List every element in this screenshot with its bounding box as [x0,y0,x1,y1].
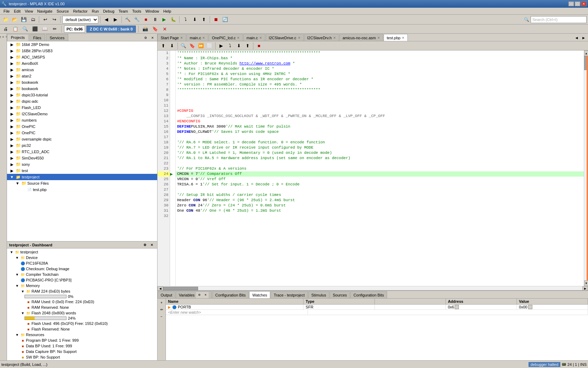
editor-debug-run-btn[interactable]: ▶ [217,42,225,50]
tree-item[interactable]: ▶📁OnePIC [7,123,157,130]
undo-button[interactable]: ↩ [41,16,49,23]
tree-item[interactable]: ▶📁bookwork [7,79,157,86]
watch-remove-btn[interactable]: − [159,313,165,320]
continue-button[interactable]: ▶ [160,16,168,23]
menu-navigate[interactable]: Navigate [35,9,54,14]
watch-edit-btn[interactable]: ✏ [159,306,165,313]
build-button[interactable]: 🔨 [124,16,132,23]
editor-debug-btn-4[interactable]: ⬆ [243,42,252,50]
dash-item-picbasic[interactable]: 🔵 PICBASIC-PRO [C:\PBP3] [8,277,156,283]
tab-sources[interactable]: Sources [330,291,350,298]
scroll-down-button[interactable]: ▼ [584,280,588,286]
editor-bookmark-btn[interactable]: 🔖 [188,42,196,50]
code-editor[interactable]: '***************************************… [176,50,584,286]
tab-trace[interactable]: Trace - testproject [271,291,308,298]
menu-window[interactable]: Window [143,9,161,14]
menu-source[interactable]: Source [55,9,71,14]
tab-config-bits[interactable]: Configuration Bits [212,291,249,298]
tree-item-test-pbp[interactable]: 📄test.pbp [7,186,157,193]
tab-main-c-1[interactable]: main.c ✕ [187,34,208,41]
dash-item-resources[interactable]: ▼ 📁 Resources [8,332,156,338]
editor-debug-btn-2[interactable]: ⤵ [226,42,234,50]
tree-item[interactable]: ▶📁I2CSlaveDemo [7,111,157,117]
tree-item[interactable]: ▶📁bookwork [7,86,157,92]
zoom-in[interactable]: 🔍 [21,25,29,33]
tab-close-main-c-1[interactable]: ✕ [202,36,205,40]
watch-row-portb[interactable]: ▶ 🔵 PORTB SFR 0x6 [166,305,588,310]
halt-button[interactable]: ⬛ [31,25,39,33]
panel-settings-button[interactable]: ⚙ [142,35,149,41]
tree-item-source-files[interactable]: ▼📁Source Files [7,180,157,186]
write-button[interactable]: ✏ [50,25,59,33]
tab-config-bits-2[interactable]: Configuration Bits [350,291,387,298]
run-button[interactable]: ■ [142,16,150,23]
dash-item-device[interactable]: ▼ 📁 Device [8,255,156,260]
watch-val-ctrl[interactable] [528,305,532,309]
mem-icon-1[interactable]: 🖨 [1,25,10,33]
editor-search-btn[interactable]: 🔍 [179,42,188,50]
step-over-button[interactable]: ⤵ [181,16,190,23]
tree-item[interactable]: ▶📁dspic33-tutorial [7,92,157,98]
save-button[interactable]: 💾 [20,16,28,23]
tab-amicus[interactable]: amicus-no-osc.asm ✕ [340,34,383,41]
dash-item-debug-tool[interactable]: ▼ 📁 Debug Tool [8,360,156,360]
menu-tools[interactable]: Tools [130,9,144,14]
menu-team[interactable]: Team [117,9,130,14]
tab-files[interactable]: Files [29,34,45,41]
editor-halt-btn[interactable]: ■ [255,42,263,50]
menu-help[interactable]: Help [161,9,174,14]
tree-item[interactable]: ▶📁pic32 [7,142,157,149]
menu-refactor[interactable]: Refactor [71,9,90,14]
tab-stimulus[interactable]: Stimulus [308,291,329,298]
close-debug-button[interactable]: ✕ [161,25,169,33]
tab-onepic-lcd[interactable]: OnePIC_lcd.c ✕ [209,34,243,41]
dash-item-checksum[interactable]: 🔵 Checksum: Debug Image [8,266,156,272]
tab-close-test-pbp[interactable]: ✕ [402,36,405,40]
stop-debug-button[interactable]: ⏹ [212,16,220,23]
scroll-up-button[interactable]: ▲ [584,50,588,56]
tree-item[interactable]: ▶📁AeroBotX [7,60,157,67]
tab-i2cslave-drv[interactable]: I2CSlaveDrv.h ✕ [304,34,339,41]
read-button[interactable]: 📖 [41,25,49,33]
tree-item[interactable]: ▶📁Flash_LED [7,104,157,111]
watch-addr-ctrl[interactable] [455,305,459,309]
tab-watches[interactable]: Watches [249,291,270,298]
menu-file[interactable]: File [1,9,12,14]
editor-btn-2[interactable]: ⬇ [168,42,176,50]
tree-item[interactable]: ▶📁dspic-adc [7,98,157,104]
tab-i2cslave-drive[interactable]: I2CSlaveDrive.c ✕ [266,34,304,41]
tab-main-c-2[interactable]: main.c ✕ [243,34,265,41]
tree-item[interactable]: ▶📁numbers [7,117,157,123]
menu-edit[interactable]: Edit [12,9,23,14]
tab-close-amicus[interactable]: ✕ [377,36,380,40]
step-into-button[interactable]: ⬇ [190,16,199,23]
mem-icon-2[interactable]: 📋 [11,25,20,33]
scroll-left-button[interactable]: ◀ [158,286,163,290]
tab-test-pbp[interactable]: test.pbp ✕ [384,34,408,41]
menu-run[interactable]: Run [90,9,101,14]
save-all-button[interactable]: 🗂 [29,16,37,23]
watch-row-new[interactable]: <Enter new watch> [166,310,588,315]
editor-stop-btn[interactable]: ⬜ [205,42,214,50]
dash-item-memory[interactable]: ▼ 📁 Memory [8,283,156,288]
dashboard-close-button[interactable]: ✕ [149,242,155,248]
clean-build-button[interactable]: 🔧 [133,16,141,23]
minimize-button[interactable]: — [568,1,574,6]
editor-run-btn[interactable]: ⏩ [197,42,205,50]
tree-item[interactable]: ▶📁16Bit 28Pin USB3 [7,48,157,54]
redo-button[interactable]: ↪ [50,16,58,23]
panel-close-button[interactable]: ✕ [149,35,156,41]
configuration-dropdown[interactable]: default (active) [62,16,98,23]
tree-item[interactable]: ▶📁ADC_1MSPS [7,54,157,60]
snapshot-button[interactable]: 📸 [141,25,149,33]
tab-projects[interactable]: Projects [7,34,29,41]
tree-item[interactable]: ▶📁OnePIC [7,130,157,136]
open-button[interactable]: 📂 [10,16,19,23]
vertical-scrollbar[interactable]: ▲ ▼ [584,50,588,286]
variables-close[interactable]: ✕ [202,292,209,298]
tab-close-start-page[interactable]: ✕ [180,36,183,40]
dashboard-settings-button[interactable]: ⚙ [142,242,148,248]
bookmark-button[interactable]: 🔖 [151,25,159,33]
tab-services[interactable]: Services [46,34,68,41]
tab-scroll-right[interactable]: ▶ [580,35,587,41]
